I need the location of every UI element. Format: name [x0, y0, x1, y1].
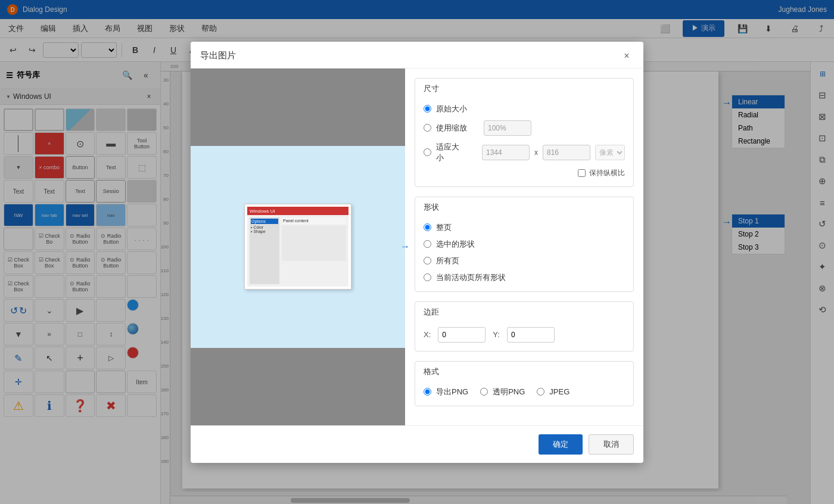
transparent-png-label: 透明PNG: [493, 387, 525, 397]
shape-section-title: 形状: [424, 202, 625, 215]
all-pages-label: 所有页: [436, 256, 459, 266]
x-label: X:: [424, 330, 431, 339]
png-radio[interactable]: [424, 388, 431, 396]
format-section: 格式 导出PNG 透明PNG JPEG: [415, 361, 634, 406]
current-page-label: 当前活动页所有形状: [436, 272, 506, 283]
shape-radio-group: 整页 选中的形状 所有页 当前活动页所有形状: [424, 222, 625, 283]
cancel-button[interactable]: 取消: [589, 434, 634, 455]
scale-input[interactable]: [484, 120, 531, 136]
dialog-header: 导出图片 ×: [191, 42, 643, 69]
confirm-button[interactable]: 确定: [539, 434, 583, 455]
jpeg-row: JPEG: [537, 387, 570, 396]
size-radio-group: 原始大小 使用缩放 适应大小: [424, 104, 625, 163]
scale-input-container: [484, 120, 531, 136]
dialog-title: 导出图片: [200, 50, 236, 61]
fit-size-row: 适应大小 x 像素: [424, 142, 625, 163]
preview-top-gray: [191, 69, 405, 146]
scale-radio[interactable]: [424, 124, 431, 132]
format-section-title: 格式: [424, 366, 625, 379]
size-x-sep: x: [534, 148, 538, 157]
fit-label: 适应大小: [436, 142, 465, 163]
export-dialog: 导出图片 × Windows UI Options • Color • Shap…: [191, 42, 643, 463]
height-input[interactable]: [543, 145, 590, 160]
png-label: 导出PNG: [436, 387, 468, 397]
full-page-label: 整页: [436, 222, 452, 233]
margin-y-input[interactable]: [507, 327, 555, 343]
margin-x-input[interactable]: [438, 327, 486, 343]
all-pages-radio[interactable]: [424, 257, 431, 265]
full-page-row: 整页: [424, 222, 625, 233]
width-input[interactable]: [482, 145, 530, 160]
maintain-ratio-container: 保持纵横比: [578, 168, 625, 178]
full-page-radio[interactable]: [424, 223, 431, 231]
y-label: Y:: [493, 330, 500, 339]
transparent-png-row: 透明PNG: [480, 387, 525, 397]
size-section-title: 尺寸: [424, 83, 625, 97]
unit-select[interactable]: 像素: [595, 145, 625, 160]
selected-shape-label: 选中的形状: [436, 239, 475, 250]
preview-canvas-area: Windows UI Options • Color • Shape Panel…: [191, 146, 405, 348]
size-section: 尺寸 原始大小 使用缩放: [415, 78, 634, 187]
dialog-footer: 确定 取消: [191, 425, 643, 463]
original-size-label: 原始大小: [436, 104, 467, 114]
dialog-close-button[interactable]: ×: [620, 49, 634, 63]
preview-arrow: →: [400, 241, 410, 252]
format-radio-group: 导出PNG 透明PNG JPEG: [424, 387, 625, 397]
dialog-overlay: 导出图片 × Windows UI Options • Color • Shap…: [0, 0, 834, 504]
scale-size-row: 使用缩放: [424, 120, 625, 136]
preview-bottom-gray: [191, 348, 405, 425]
margin-section-title: 边距: [424, 307, 625, 320]
original-size-radio[interactable]: [424, 105, 431, 113]
dialog-body: Windows UI Options • Color • Shape Panel…: [191, 69, 643, 425]
preview-pane: Windows UI Options • Color • Shape Panel…: [191, 69, 405, 425]
all-pages-row: 所有页: [424, 256, 625, 266]
margin-section: 边距 X: Y:: [415, 301, 634, 351]
current-page-radio[interactable]: [424, 273, 431, 281]
png-row: 导出PNG: [424, 387, 468, 397]
transparent-png-radio[interactable]: [480, 388, 488, 396]
selected-shape-row: 选中的形状: [424, 239, 625, 250]
selected-shape-radio[interactable]: [424, 240, 431, 248]
jpeg-label: JPEG: [549, 387, 570, 396]
size-inputs-container: x 像素: [482, 145, 625, 160]
fit-radio[interactable]: [424, 148, 431, 156]
settings-pane: 尺寸 原始大小 使用缩放: [405, 69, 643, 425]
jpeg-radio[interactable]: [537, 388, 544, 396]
margin-inputs: X: Y:: [424, 327, 625, 343]
scale-label: 使用缩放: [436, 123, 467, 133]
maintain-ratio-checkbox[interactable]: [578, 169, 586, 177]
preview-screenshot: Windows UI Options • Color • Shape Panel…: [244, 204, 351, 290]
current-page-row: 当前活动页所有形状: [424, 272, 625, 283]
shape-section: 形状 整页 选中的形状 所有页: [415, 197, 634, 292]
maintain-ratio-label: 保持纵横比: [589, 168, 625, 178]
original-size-row: 原始大小: [424, 104, 625, 114]
